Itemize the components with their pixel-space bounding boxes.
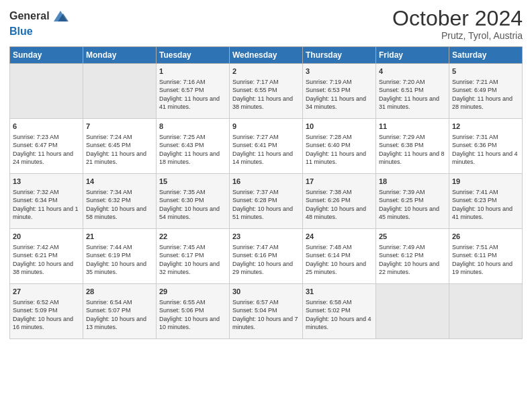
day-number: 16 xyxy=(232,177,300,187)
day-info: Sunrise: 7:32 AMSunset: 6:34 PMDaylight:… xyxy=(13,188,80,222)
calendar-week-row: 20Sunrise: 7:42 AMSunset: 6:21 PMDayligh… xyxy=(10,229,523,284)
day-info: Sunrise: 7:48 AMSunset: 6:14 PMDaylight:… xyxy=(306,243,373,277)
calendar-table: Sunday Monday Tuesday Wednesday Thursday… xyxy=(9,46,523,339)
day-info: Sunrise: 7:38 AMSunset: 6:26 PMDaylight:… xyxy=(306,188,373,222)
day-info: Sunrise: 7:42 AMSunset: 6:21 PMDaylight:… xyxy=(13,243,80,277)
day-number: 21 xyxy=(86,232,153,242)
calendar-cell: 23Sunrise: 7:47 AMSunset: 6:16 PMDayligh… xyxy=(230,229,303,284)
day-info: Sunrise: 6:57 AMSunset: 5:04 PMDaylight:… xyxy=(232,298,300,332)
day-info: Sunrise: 7:29 AMSunset: 6:38 PMDaylight:… xyxy=(379,133,446,167)
calendar-cell: 21Sunrise: 7:44 AMSunset: 6:19 PMDayligh… xyxy=(83,229,157,284)
calendar-cell: 3Sunrise: 7:19 AMSunset: 6:53 PMDaylight… xyxy=(303,64,376,119)
day-number: 6 xyxy=(13,122,80,132)
day-number: 4 xyxy=(379,66,446,77)
day-number: 17 xyxy=(306,177,373,187)
day-info: Sunrise: 7:51 AMSunset: 6:11 PMDaylight:… xyxy=(452,243,519,277)
day-number: 29 xyxy=(159,287,226,297)
day-number: 28 xyxy=(86,287,153,297)
col-monday: Monday xyxy=(83,47,157,64)
day-info: Sunrise: 7:28 AMSunset: 6:40 PMDaylight:… xyxy=(306,133,373,167)
calendar-cell: 25Sunrise: 7:49 AMSunset: 6:12 PMDayligh… xyxy=(376,229,449,284)
calendar-cell: 26Sunrise: 7:51 AMSunset: 6:11 PMDayligh… xyxy=(449,229,523,284)
calendar-cell xyxy=(376,284,449,339)
calendar-cell: 18Sunrise: 7:39 AMSunset: 6:25 PMDayligh… xyxy=(376,174,449,229)
day-number: 2 xyxy=(232,66,300,77)
col-sunday: Sunday xyxy=(10,47,83,64)
page-container: General Blue October 2024 Prutz, Tyrol, … xyxy=(0,0,532,346)
calendar-cell: 7Sunrise: 7:24 AMSunset: 6:45 PMDaylight… xyxy=(83,119,157,174)
day-info: Sunrise: 7:19 AMSunset: 6:53 PMDaylight:… xyxy=(306,78,373,111)
day-info: Sunrise: 7:27 AMSunset: 6:41 PMDaylight:… xyxy=(232,133,300,167)
day-info: Sunrise: 7:39 AMSunset: 6:25 PMDaylight:… xyxy=(379,188,446,222)
calendar-cell: 16Sunrise: 7:37 AMSunset: 6:28 PMDayligh… xyxy=(230,174,303,229)
calendar-cell: 30Sunrise: 6:57 AMSunset: 5:04 PMDayligh… xyxy=(230,284,303,339)
logo-general-text: General xyxy=(9,10,50,22)
col-wednesday: Wednesday xyxy=(230,47,303,64)
calendar-cell: 6Sunrise: 7:23 AMSunset: 6:47 PMDaylight… xyxy=(10,119,83,174)
calendar-cell: 15Sunrise: 7:35 AMSunset: 6:30 PMDayligh… xyxy=(157,174,230,229)
day-number: 12 xyxy=(452,122,519,132)
day-number: 14 xyxy=(86,177,153,187)
day-info: Sunrise: 6:54 AMSunset: 5:07 PMDaylight:… xyxy=(86,298,153,332)
day-info: Sunrise: 7:37 AMSunset: 6:28 PMDaylight:… xyxy=(232,188,300,222)
calendar-cell: 29Sunrise: 6:55 AMSunset: 5:06 PMDayligh… xyxy=(157,284,230,339)
calendar-cell: 27Sunrise: 6:52 AMSunset: 5:09 PMDayligh… xyxy=(10,284,83,339)
weekday-row: Sunday Monday Tuesday Wednesday Thursday… xyxy=(10,47,523,64)
calendar-cell: 12Sunrise: 7:31 AMSunset: 6:36 PMDayligh… xyxy=(449,119,523,174)
day-number: 13 xyxy=(13,177,80,187)
calendar-week-row: 6Sunrise: 7:23 AMSunset: 6:47 PMDaylight… xyxy=(10,119,523,174)
calendar-cell: 24Sunrise: 7:48 AMSunset: 6:14 PMDayligh… xyxy=(303,229,376,284)
day-info: Sunrise: 7:25 AMSunset: 6:43 PMDaylight:… xyxy=(159,133,226,167)
calendar-cell: 20Sunrise: 7:42 AMSunset: 6:21 PMDayligh… xyxy=(10,229,83,284)
day-number: 1 xyxy=(159,66,226,77)
day-number: 7 xyxy=(86,122,153,132)
day-number: 3 xyxy=(306,66,373,77)
day-info: Sunrise: 7:49 AMSunset: 6:12 PMDaylight:… xyxy=(379,243,446,277)
day-info: Sunrise: 7:41 AMSunset: 6:23 PMDaylight:… xyxy=(452,188,519,222)
day-info: Sunrise: 7:45 AMSunset: 6:17 PMDaylight:… xyxy=(159,243,226,277)
day-number: 22 xyxy=(159,232,226,242)
col-friday: Friday xyxy=(376,47,449,64)
calendar-cell: 1Sunrise: 7:16 AMSunset: 6:57 PMDaylight… xyxy=(157,64,230,119)
logo: General Blue xyxy=(9,7,70,38)
calendar-cell: 28Sunrise: 6:54 AMSunset: 5:07 PMDayligh… xyxy=(83,284,157,339)
col-tuesday: Tuesday xyxy=(157,47,230,64)
calendar-week-row: 13Sunrise: 7:32 AMSunset: 6:34 PMDayligh… xyxy=(10,174,523,229)
day-number: 19 xyxy=(452,177,519,187)
calendar-cell: 2Sunrise: 7:17 AMSunset: 6:55 PMDaylight… xyxy=(230,64,303,119)
day-number: 10 xyxy=(306,122,373,132)
calendar-header: Sunday Monday Tuesday Wednesday Thursday… xyxy=(10,47,523,64)
day-info: Sunrise: 7:31 AMSunset: 6:36 PMDaylight:… xyxy=(452,133,519,167)
title-block: October 2024 Prutz, Tyrol, Austria xyxy=(392,7,523,41)
calendar-cell: 9Sunrise: 7:27 AMSunset: 6:41 PMDaylight… xyxy=(230,119,303,174)
day-number: 9 xyxy=(232,122,300,132)
day-number: 31 xyxy=(306,287,373,297)
day-info: Sunrise: 7:16 AMSunset: 6:57 PMDaylight:… xyxy=(159,78,226,111)
location-subtitle: Prutz, Tyrol, Austria xyxy=(392,30,523,41)
day-number: 11 xyxy=(379,122,446,132)
calendar-cell xyxy=(449,284,523,339)
day-number: 18 xyxy=(379,177,446,187)
calendar-body: 1Sunrise: 7:16 AMSunset: 6:57 PMDaylight… xyxy=(10,64,523,339)
calendar-week-row: 27Sunrise: 6:52 AMSunset: 5:09 PMDayligh… xyxy=(10,284,523,339)
calendar-cell: 10Sunrise: 7:28 AMSunset: 6:40 PMDayligh… xyxy=(303,119,376,174)
day-info: Sunrise: 7:17 AMSunset: 6:55 PMDaylight:… xyxy=(232,78,300,111)
day-info: Sunrise: 6:58 AMSunset: 5:02 PMDaylight:… xyxy=(306,298,373,332)
calendar-cell: 8Sunrise: 7:25 AMSunset: 6:43 PMDaylight… xyxy=(157,119,230,174)
day-number: 27 xyxy=(13,287,80,297)
col-saturday: Saturday xyxy=(449,47,523,64)
calendar-week-row: 1Sunrise: 7:16 AMSunset: 6:57 PMDaylight… xyxy=(10,64,523,119)
day-info: Sunrise: 7:35 AMSunset: 6:30 PMDaylight:… xyxy=(159,188,226,222)
day-info: Sunrise: 7:44 AMSunset: 6:19 PMDaylight:… xyxy=(86,243,153,277)
calendar-cell: 4Sunrise: 7:20 AMSunset: 6:51 PMDaylight… xyxy=(376,64,449,119)
day-number: 26 xyxy=(452,232,519,242)
col-thursday: Thursday xyxy=(303,47,376,64)
day-info: Sunrise: 6:52 AMSunset: 5:09 PMDaylight:… xyxy=(13,298,80,332)
calendar-cell: 5Sunrise: 7:21 AMSunset: 6:49 PMDaylight… xyxy=(449,64,523,119)
logo-blue-text: Blue xyxy=(9,26,70,38)
day-number: 30 xyxy=(232,287,300,297)
day-info: Sunrise: 6:55 AMSunset: 5:06 PMDaylight:… xyxy=(159,298,226,332)
calendar-cell: 22Sunrise: 7:45 AMSunset: 6:17 PMDayligh… xyxy=(157,229,230,284)
calendar-cell: 17Sunrise: 7:38 AMSunset: 6:26 PMDayligh… xyxy=(303,174,376,229)
day-info: Sunrise: 7:47 AMSunset: 6:16 PMDaylight:… xyxy=(232,243,300,277)
